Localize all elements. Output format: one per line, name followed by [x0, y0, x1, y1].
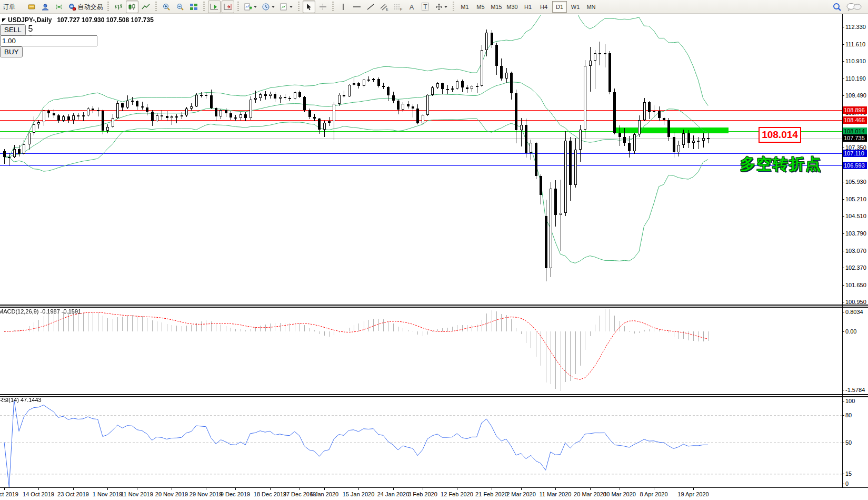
date-tick	[555, 487, 556, 490]
rsi-axis-label: 15	[845, 470, 852, 477]
price-tick-label: 102.370	[845, 264, 866, 271]
timeframe-button-m30[interactable]: M30	[505, 1, 520, 13]
chart-shift-icon[interactable]	[222, 1, 234, 13]
date-tick	[423, 487, 423, 490]
axis-tick	[842, 27, 844, 27]
zoom-out-icon[interactable]	[174, 1, 186, 13]
accounts-icon[interactable]	[39, 1, 52, 13]
price-callout-box[interactable]: 108.014	[759, 127, 801, 143]
main-chart-canvas[interactable]	[0, 15, 842, 305]
axis-tick	[842, 148, 844, 148]
date-label: 29 Nov 2019	[189, 491, 222, 497]
timeframe-button-m15[interactable]: M15	[489, 1, 504, 13]
date-tick	[457, 487, 457, 490]
date-label: 14 Oct 2019	[23, 491, 54, 497]
date-tick	[206, 487, 206, 490]
timeframe-button-h1[interactable]: H1	[521, 1, 535, 13]
date-tick	[235, 487, 236, 490]
auto-trading-label: 自动交易	[78, 3, 103, 12]
line-chart-icon[interactable]	[139, 1, 152, 13]
date-label: 2 Mar 2020	[506, 491, 536, 497]
text-icon[interactable]: A	[405, 1, 418, 13]
macd-panel-canvas[interactable]	[0, 308, 842, 394]
toolbar-separator	[298, 2, 300, 12]
price-tick-label: 112.330	[845, 24, 866, 30]
volume-input[interactable]	[0, 35, 97, 46]
axis-tick	[842, 331, 844, 332]
sell-button[interactable]: SELL	[0, 24, 26, 35]
price-tick-label: 105.930	[845, 179, 866, 185]
date-tick	[620, 487, 620, 490]
equidistant-channel-icon[interactable]: E	[378, 1, 391, 13]
date-tick	[521, 487, 522, 490]
date-label: 19 Apr 2020	[677, 491, 709, 497]
collapse-triangle-icon[interactable]	[2, 18, 6, 22]
indicators-icon[interactable]	[242, 1, 259, 13]
rsi-panel-canvas[interactable]	[0, 397, 842, 487]
pivot-point-note[interactable]: 多空转折点	[740, 154, 822, 175]
date-label: 3 Oct 2019	[0, 491, 18, 497]
toolbar-separator	[453, 2, 454, 12]
date-tick	[107, 487, 108, 490]
timeframe-button-m1[interactable]: M1	[457, 1, 472, 13]
date-label: 1 Nov 2019	[93, 491, 122, 497]
timeframe-button-d1[interactable]: D1	[552, 1, 567, 13]
search-icon[interactable]	[831, 1, 843, 13]
signals-icon[interactable]	[53, 1, 65, 13]
periods-icon[interactable]	[260, 1, 277, 13]
timeframe-button-h4[interactable]: H4	[536, 1, 551, 13]
crosshair-icon[interactable]	[316, 1, 329, 13]
macd-axis-label: 0.00	[845, 328, 856, 335]
arrows-icon[interactable]	[433, 1, 450, 13]
text-label-icon[interactable]: T	[419, 1, 432, 13]
timeframe-button-w1[interactable]: W1	[568, 1, 583, 13]
svg-text:F: F	[400, 7, 402, 11]
date-axis-border	[0, 487, 868, 488]
auto-trading-button[interactable]: 自动交易	[66, 1, 104, 13]
date-label: 18 Dec 2019	[254, 491, 286, 497]
rsi-label: RSI(14) 47.1443	[0, 397, 42, 403]
tile-windows-icon[interactable]	[187, 1, 200, 13]
one-click-trading-panel: SELL BUY 107 73 5 107 77 6	[0, 24, 114, 58]
fibonacci-icon[interactable]: F	[392, 1, 404, 13]
axis-tick	[842, 302, 844, 302]
new-order-button[interactable]: 新订单	[2, 1, 24, 13]
chart-title: USDJPY-,Daily 107.727 107.930 107.508 10…	[2, 16, 154, 24]
date-tick	[270, 487, 271, 490]
panel-separator[interactable]	[0, 305, 868, 308]
timeframe-button-m5[interactable]: M5	[473, 1, 488, 13]
dropdown-arrow-icon	[254, 6, 257, 8]
axis-tick	[842, 484, 844, 484]
candlestick-chart-icon[interactable]	[126, 1, 138, 13]
timeframe-toolbar: M1M5M15M30H1H4D1W1MN	[455, 1, 601, 13]
price-tick-label: 111.610	[845, 41, 865, 47]
date-label: 6 Jan 2020	[310, 491, 338, 497]
templates-icon[interactable]	[278, 1, 295, 13]
buy-button[interactable]: BUY	[0, 46, 23, 57]
date-tick	[324, 487, 325, 490]
zoom-in-icon[interactable]	[160, 1, 173, 13]
date-tick	[38, 487, 39, 490]
bar-chart-icon[interactable]	[112, 1, 125, 13]
panel-separator[interactable]	[0, 394, 868, 397]
timeframe-button-mn[interactable]: MN	[584, 1, 598, 13]
price-tick-label: 105.210	[845, 196, 866, 202]
toolbar-separator	[155, 2, 157, 12]
cursor-icon[interactable]	[303, 1, 315, 13]
axis-tick	[842, 182, 844, 182]
axis-tick	[842, 415, 844, 416]
horizontal-line-icon[interactable]	[351, 1, 363, 13]
price-badge: 108.014	[843, 128, 867, 135]
auto-scroll-icon[interactable]	[208, 1, 221, 13]
date-label: 30 Mar 2020	[603, 491, 636, 497]
chat-icon[interactable]	[844, 1, 863, 13]
market-watch-icon[interactable]	[25, 1, 38, 13]
vertical-line-icon[interactable]	[337, 1, 350, 13]
price-badge: 107.735	[843, 134, 867, 142]
axis-tick	[842, 251, 844, 251]
toolbar-separator	[107, 2, 109, 12]
axis-tick	[842, 44, 844, 45]
trendline-icon[interactable]	[364, 1, 377, 13]
axis-tick	[842, 199, 844, 200]
macd-label: MACD(12,26,9) -0.1987 -0.1591	[0, 308, 81, 315]
